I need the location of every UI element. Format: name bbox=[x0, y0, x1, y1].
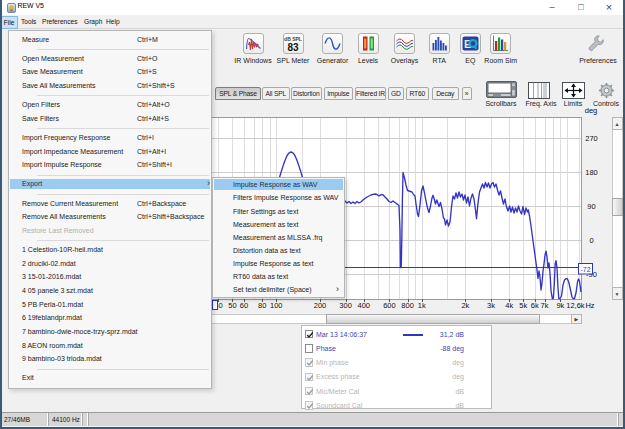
svg-text:9k: 9k bbox=[556, 301, 564, 310]
svg-text:400: 400 bbox=[358, 301, 371, 310]
svg-text:0: 0 bbox=[589, 236, 593, 245]
svg-text:3k: 3k bbox=[487, 301, 495, 310]
svg-text:50: 50 bbox=[228, 301, 236, 310]
svg-text:2k: 2k bbox=[461, 301, 469, 310]
svg-text:100: 100 bbox=[270, 301, 283, 310]
svg-text:90: 90 bbox=[587, 202, 595, 211]
svg-text:270: 270 bbox=[585, 134, 598, 143]
svg-text:800: 800 bbox=[401, 301, 414, 310]
svg-text:5k: 5k bbox=[519, 301, 527, 310]
svg-text:4k: 4k bbox=[505, 301, 513, 310]
svg-text:200: 200 bbox=[314, 301, 327, 310]
svg-text:600: 600 bbox=[383, 301, 396, 310]
svg-text:Hz: Hz bbox=[585, 301, 594, 310]
svg-text:180: 180 bbox=[585, 168, 598, 177]
svg-text:6k: 6k bbox=[531, 301, 539, 310]
svg-text:80: 80 bbox=[258, 301, 266, 310]
svg-text:60: 60 bbox=[240, 301, 248, 310]
svg-text:12,6k: 12,6k bbox=[566, 301, 585, 310]
svg-text:7k: 7k bbox=[541, 301, 549, 310]
svg-text:1k: 1k bbox=[418, 301, 426, 310]
svg-text:-72: -72 bbox=[580, 266, 590, 273]
svg-text:300: 300 bbox=[339, 301, 352, 310]
